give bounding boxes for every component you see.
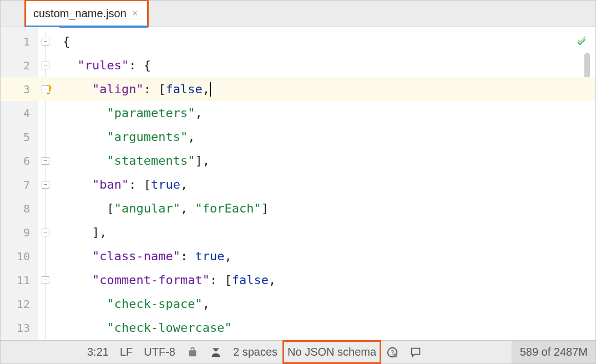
line-number: 12 <box>1 292 38 316</box>
fold-row <box>38 316 59 340</box>
line-number: 10 <box>1 244 38 268</box>
line-separator[interactable]: LF <box>114 341 138 363</box>
code-token: [ <box>63 196 114 220</box>
code-token <box>63 149 107 173</box>
code-line[interactable]: "rules": { <box>59 53 595 77</box>
status-bar: 3:21 LF UTF-8 2 spaces No JSON schema ? … <box>1 340 595 363</box>
code-token <box>63 268 92 292</box>
code-token: "ban" <box>92 173 129 196</box>
code-token <box>63 292 107 316</box>
code-token: "parameters" <box>107 101 195 125</box>
code-token: , <box>188 125 195 149</box>
fold-toggle-icon[interactable]: − <box>42 229 49 236</box>
line-number: 5 <box>1 125 38 149</box>
fold-row: − <box>38 53 59 77</box>
code-token: , <box>224 244 231 268</box>
code-token: ] <box>261 196 269 220</box>
code-token: : [ <box>210 268 232 292</box>
code-line[interactable]: "align": [false, <box>59 77 595 101</box>
fold-toggle-icon[interactable]: − <box>42 38 49 46</box>
code-area[interactable]: { "rules": { "align": [false, "parameter… <box>59 27 595 340</box>
code-token <box>63 125 107 149</box>
tab-close-icon[interactable]: × <box>132 8 138 19</box>
code-token <box>63 173 92 196</box>
fold-row <box>38 101 59 125</box>
fold-row <box>38 244 59 268</box>
line-number: 6 <box>1 149 38 173</box>
hector-icon[interactable]: ? <box>381 341 404 363</box>
code-token <box>63 77 92 101</box>
fold-toggle-icon[interactable]: − <box>42 276 49 284</box>
editor-tab[interactable]: custom_name.json × <box>25 0 148 27</box>
editor-area: 12345678910111213 −−−−−−− { "rules": { "… <box>1 27 595 340</box>
code-line[interactable]: "parameters", <box>59 101 595 125</box>
code-token: : { <box>129 53 151 77</box>
line-number: 8 <box>1 196 38 220</box>
tab-bar: custom_name.json × <box>1 1 595 27</box>
code-token: "check-lowercase" <box>107 316 231 340</box>
file-encoding[interactable]: UTF-8 <box>138 341 181 363</box>
code-line[interactable]: "check-space", <box>59 292 595 316</box>
fold-row: − <box>38 29 59 53</box>
code-token: ], <box>63 220 107 244</box>
fold-toggle-icon[interactable]: − <box>42 85 49 93</box>
code-line[interactable]: "comment-format": [false, <box>59 268 595 292</box>
indent-setting[interactable]: 2 spaces <box>228 341 283 363</box>
code-token: "comment-format" <box>92 268 210 292</box>
fold-toggle-icon[interactable]: − <box>42 181 49 189</box>
code-token: "align" <box>92 77 144 101</box>
code-token: { <box>63 29 70 53</box>
fold-row: − <box>38 173 59 196</box>
line-number: 11 <box>1 268 38 292</box>
line-number-gutter: 12345678910111213 <box>1 27 38 340</box>
code-token: : <box>180 244 195 268</box>
code-token: : [ <box>129 173 151 196</box>
code-token: "class-name" <box>92 244 180 268</box>
lock-open-icon[interactable] <box>181 341 204 363</box>
fold-row <box>38 196 59 220</box>
code-token: true <box>151 173 180 196</box>
code-token: , <box>203 292 210 316</box>
line-number: 9 <box>1 220 38 244</box>
svg-text:?: ? <box>391 348 394 355</box>
code-line[interactable]: "arguments", <box>59 125 595 149</box>
code-token: "angular" <box>114 196 180 220</box>
code-line[interactable]: "check-lowercase" <box>59 316 595 340</box>
json-schema-status[interactable]: No JSON schema <box>283 341 381 363</box>
fold-row <box>38 292 59 316</box>
fold-row: − <box>38 149 59 173</box>
code-line[interactable]: ], <box>59 220 595 244</box>
code-token: "check-space" <box>107 292 202 316</box>
codewithme-icon[interactable] <box>204 341 228 363</box>
code-token <box>63 101 107 125</box>
code-token: "forEach" <box>195 196 261 220</box>
fold-toggle-icon[interactable]: − <box>42 157 49 165</box>
fold-column: −−−−−−− <box>38 27 59 340</box>
fold-row: − <box>38 268 59 292</box>
code-token: , <box>180 173 188 196</box>
code-line[interactable]: "class-name": true, <box>59 244 595 268</box>
fold-row <box>38 125 59 149</box>
code-token: false <box>232 268 269 292</box>
code-token <box>63 244 92 268</box>
memory-indicator[interactable]: 589 of 2487M <box>512 341 595 363</box>
tab-filename: custom_name.json <box>33 7 127 20</box>
code-token <box>63 53 78 77</box>
code-token: , <box>195 101 202 125</box>
feedback-icon[interactable] <box>404 341 427 363</box>
code-token: ], <box>195 149 210 173</box>
code-token: false <box>165 77 202 101</box>
code-line[interactable]: "ban": [true, <box>59 173 595 196</box>
code-token: "rules" <box>78 53 129 77</box>
code-token <box>63 316 107 340</box>
line-number: 13 <box>1 316 38 340</box>
fold-row: − <box>38 220 59 244</box>
text-cursor <box>210 82 211 97</box>
caret-position[interactable]: 3:21 <box>82 341 114 363</box>
code-line[interactable]: "statements"], <box>59 149 595 173</box>
fold-toggle-icon[interactable]: − <box>42 62 49 69</box>
line-number: 7 <box>1 173 38 196</box>
code-line[interactable]: { <box>59 29 595 53</box>
code-line[interactable]: ["angular", "forEach"] <box>59 196 595 220</box>
code-token: : [ <box>144 77 166 101</box>
